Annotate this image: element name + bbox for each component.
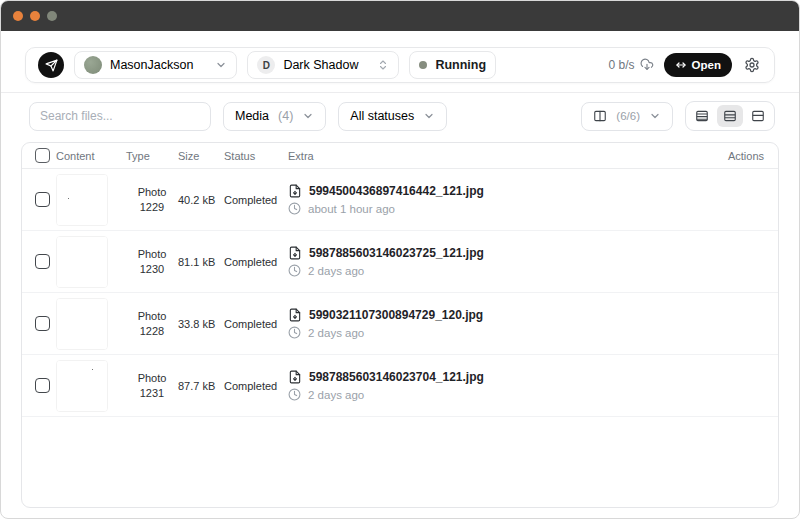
extra-cell: 5994500436897416442_121.jpg about 1 hour…	[284, 184, 704, 215]
size-cell: 81.1 kB	[178, 256, 224, 268]
file-down-icon	[288, 370, 302, 384]
header-card: MasonJackson D Dark Shadow	[25, 47, 775, 83]
bot-select[interactable]: D Dark Shadow	[247, 51, 399, 79]
status-badge: Running	[409, 51, 496, 79]
type-cell: Photo 1231	[126, 371, 178, 401]
status-cell: Completed	[224, 380, 284, 392]
media-filter-count: (4)	[278, 109, 293, 123]
photo-thumbnail	[56, 360, 108, 412]
open-button[interactable]: Open	[664, 53, 732, 77]
photo-thumbnail	[56, 174, 108, 226]
window-control-maximize[interactable]	[47, 11, 57, 21]
bot-name: Dark Shadow	[283, 58, 358, 72]
file-down-icon	[288, 308, 302, 322]
chevrons-up-down-icon	[377, 59, 389, 71]
col-header-extra: Extra	[284, 150, 704, 162]
open-label: Open	[692, 59, 721, 71]
type-cell: Photo 1229	[126, 185, 178, 215]
status-label: Running	[435, 58, 486, 72]
table-row[interactable]: Photo 1229 40.2 kB Completed 59945004368…	[22, 169, 778, 231]
status-cell: Completed	[224, 256, 284, 268]
file-down-icon	[288, 184, 302, 198]
status-filter-dropdown[interactable]: All statuses	[338, 102, 447, 131]
cloud-download-icon	[640, 58, 654, 72]
search-input[interactable]	[29, 102, 211, 131]
size-cell: 87.7 kB	[178, 380, 224, 392]
filters-toolbar: Media (4) All statuses (6/6)	[1, 93, 799, 131]
filename: 5987885603146023704_121.jpg	[309, 370, 484, 384]
select-all-checkbox[interactable]	[35, 148, 50, 163]
row-density-toggle	[685, 101, 775, 131]
telegram-send-icon	[38, 52, 64, 78]
media-filter-label: Media	[235, 109, 269, 123]
download-speed: 0 b/s	[609, 58, 654, 72]
photo-thumbnail	[56, 236, 108, 288]
bot-avatar: D	[257, 56, 275, 74]
size-cell: 40.2 kB	[178, 194, 224, 206]
file-down-icon	[288, 246, 302, 260]
status-cell: Completed	[224, 318, 284, 330]
file-time: 2 days ago	[308, 327, 364, 339]
type-cell: Photo 1230	[126, 247, 178, 277]
status-cell: Completed	[224, 194, 284, 206]
extra-cell: 5987885603146023704_121.jpg 2 days ago	[284, 370, 704, 401]
account-dropdown[interactable]: MasonJackson	[74, 51, 237, 79]
chevron-down-icon	[302, 110, 314, 122]
header-section: MasonJackson D Dark Shadow	[1, 31, 799, 92]
chevron-down-icon	[215, 59, 227, 71]
columns-count: (6/6)	[616, 110, 640, 122]
header-right-group: 0 b/s Open	[609, 53, 762, 77]
col-header-status: Status	[224, 150, 284, 162]
clock-icon	[288, 264, 301, 277]
columns-visibility-dropdown[interactable]: (6/6)	[581, 102, 673, 131]
app-window: MasonJackson D Dark Shadow	[0, 0, 800, 519]
gear-icon	[744, 57, 760, 73]
window-control-minimize[interactable]	[30, 11, 40, 21]
clock-icon	[288, 202, 301, 215]
media-filter-dropdown[interactable]: Media (4)	[223, 102, 326, 131]
account-avatar	[84, 56, 102, 74]
col-header-type: Type	[126, 150, 178, 162]
file-time: about 1 hour ago	[308, 203, 395, 215]
extra-cell: 5987885603146023725_121.jpg 2 days ago	[284, 246, 704, 277]
row-checkbox[interactable]	[35, 254, 50, 269]
chevron-down-icon	[423, 110, 435, 122]
window-titlebar	[1, 1, 799, 31]
rows-medium-icon[interactable]	[717, 105, 743, 127]
col-header-actions: Actions	[704, 150, 764, 162]
table-row[interactable]: Photo 1231 87.7 kB Completed 59878856031…	[22, 355, 778, 417]
extra-cell: 5990321107300894729_120.jpg 2 days ago	[284, 308, 704, 339]
rows-relaxed-icon[interactable]	[745, 105, 771, 127]
left-right-arrow-icon	[675, 59, 687, 71]
col-header-content: Content	[56, 150, 126, 162]
clock-icon	[288, 388, 301, 401]
chevron-down-icon	[649, 110, 661, 122]
filename: 5994500436897416442_121.jpg	[309, 184, 484, 198]
table-row[interactable]: Photo 1230 81.1 kB Completed 59878856031…	[22, 231, 778, 293]
type-cell: Photo 1228	[126, 309, 178, 339]
table-body: Photo 1229 40.2 kB Completed 59945004368…	[22, 169, 778, 417]
account-name: MasonJackson	[110, 58, 193, 72]
settings-button[interactable]	[742, 55, 762, 75]
status-filter-label: All statuses	[350, 109, 414, 123]
table-header-row: Content Type Size Status Extra Actions	[22, 143, 778, 169]
window-control-close[interactable]	[13, 11, 23, 21]
header-left-group: MasonJackson D Dark Shadow	[38, 51, 496, 79]
clock-icon	[288, 326, 301, 339]
size-cell: 33.8 kB	[178, 318, 224, 330]
file-time: 2 days ago	[308, 265, 364, 277]
filename: 5990321107300894729_120.jpg	[309, 308, 483, 322]
row-checkbox[interactable]	[35, 192, 50, 207]
row-checkbox[interactable]	[35, 378, 50, 393]
columns-icon	[593, 109, 607, 123]
filename: 5987885603146023725_121.jpg	[309, 246, 484, 260]
table-row[interactable]: Photo 1228 33.8 kB Completed 59903211073…	[22, 293, 778, 355]
photo-thumbnail	[56, 298, 108, 350]
files-table: Content Type Size Status Extra Actions P…	[21, 142, 779, 508]
status-dot	[419, 61, 427, 69]
row-checkbox[interactable]	[35, 316, 50, 331]
speed-value: 0 b/s	[609, 58, 635, 72]
rows-compact-icon[interactable]	[689, 105, 715, 127]
col-header-size: Size	[178, 150, 224, 162]
file-time: 2 days ago	[308, 389, 364, 401]
